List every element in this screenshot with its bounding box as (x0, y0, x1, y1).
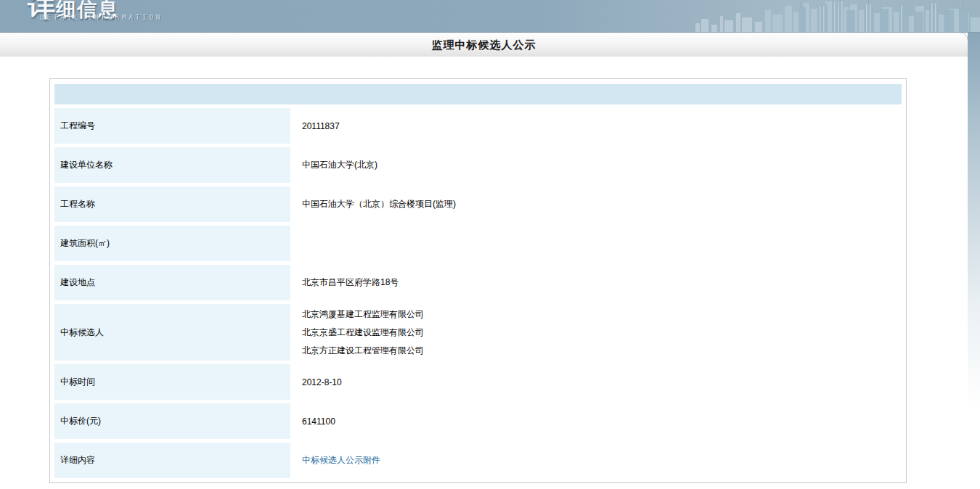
table-row: 建筑面积(㎡) (54, 226, 902, 261)
row-label: 中标价(元) (54, 403, 290, 439)
banner-title-en: DETAIL INFORMATION (40, 14, 163, 21)
row-value: 中国石油大学(北京) (293, 147, 902, 183)
table-header-band (54, 84, 902, 104)
row-value-line: 北京鸿厦基建工程监理有限公司 (302, 305, 424, 324)
row-label: 建筑面积(㎡) (54, 226, 290, 261)
table-row: 中标候选人北京鸿厦基建工程监理有限公司北京京盛工程建设监理有限公司北京方正建设工… (54, 304, 902, 361)
detail-table: 工程编号20111837建设单位名称中国石油大学(北京)工程名称中国石油大学（北… (49, 78, 907, 483)
row-label: 建设地点 (54, 265, 290, 300)
city-skyline-graphic (690, 0, 980, 33)
row-value: 北京市昌平区府学路18号 (293, 265, 902, 300)
table-row: 建设地点北京市昌平区府学路18号 (54, 265, 902, 300)
page-right-background-strip (968, 33, 980, 410)
table-row: 详细内容中标候选人公示附件 (54, 443, 902, 478)
table-row: 工程名称中国石油大学（北京）综合楼项目(监理) (54, 186, 902, 222)
row-value-line: 北京京盛工程建设监理有限公司 (302, 324, 424, 342)
table-row: 建设单位名称中国石油大学(北京) (54, 147, 902, 183)
detail-rows: 工程编号20111837建设单位名称中国石油大学(北京)工程名称中国石油大学（北… (54, 108, 902, 478)
table-row: 中标价(元)6141100 (54, 403, 902, 439)
row-value: 2012-8-10 (293, 364, 902, 400)
row-label: 中标时间 (54, 364, 290, 400)
row-value-line: 北京方正建设工程管理有限公司 (302, 342, 424, 360)
banner-title-zh: 详细信息 (28, 0, 119, 25)
table-row: 中标时间2012-8-10 (54, 364, 902, 400)
row-label: 中标候选人 (54, 304, 290, 361)
row-value: 北京鸿厦基建工程监理有限公司北京京盛工程建设监理有限公司北京方正建设工程管理有限… (293, 304, 902, 361)
row-label: 工程编号 (54, 108, 290, 144)
row-value: 中国石油大学（北京）综合楼项目(监理) (293, 186, 902, 222)
row-value: 中标候选人公示附件 (293, 443, 902, 478)
row-label: 工程名称 (54, 186, 290, 222)
page-title: 监理中标候选人公示 (432, 33, 536, 57)
row-value: 20111837 (293, 108, 902, 144)
row-value (293, 226, 902, 261)
title-bar: 监理中标候选人公示 (0, 33, 968, 57)
top-banner: 详细信息 DETAIL INFORMATION (0, 0, 980, 33)
row-value: 6141100 (293, 403, 902, 439)
row-label: 建设单位名称 (54, 147, 290, 183)
row-label: 详细内容 (54, 443, 290, 478)
attachment-link[interactable]: 中标候选人公示附件 (302, 454, 380, 467)
table-row: 工程编号20111837 (54, 108, 902, 144)
